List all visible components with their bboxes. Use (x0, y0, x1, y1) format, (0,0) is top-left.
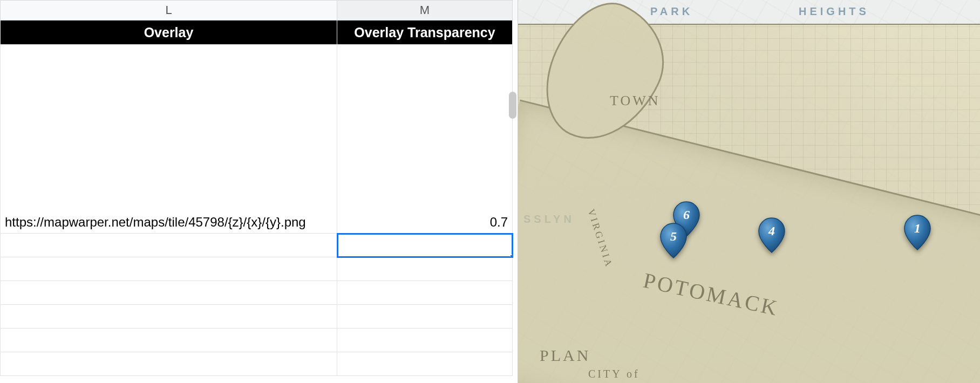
map-pane[interactable]: PARKHEIGHTSSSLYN TOWNPOTOMACKPLANCITY of… (518, 0, 980, 383)
marker-label: 5 (659, 229, 688, 244)
cell-overlay-url[interactable]: https://mapwarper.net/maps/tile/45798/{z… (0, 45, 337, 234)
cell-empty-L4[interactable] (0, 305, 337, 329)
marker-label: 4 (758, 224, 786, 238)
empty-row-2 (0, 257, 518, 281)
empty-row-6 (0, 352, 518, 376)
cell-empty-L3[interactable] (0, 281, 337, 305)
selection-handle[interactable] (510, 255, 513, 257)
marker-label: 6 (672, 208, 700, 222)
empty-row-5 (0, 329, 518, 352)
cell-empty-M2[interactable] (337, 257, 513, 281)
cell-selected[interactable] (337, 234, 513, 257)
empty-row-4 (0, 305, 518, 329)
cell-empty-M4[interactable] (337, 305, 513, 329)
empty-row-3 (0, 281, 518, 305)
map-marker-4[interactable]: 4 (758, 217, 786, 254)
basemap-label: PARK (650, 5, 693, 18)
cell-empty-M3[interactable] (337, 281, 513, 305)
overlay-label: TOWN (610, 93, 661, 109)
header-cell-transparency[interactable]: Overlay Transparency (337, 20, 513, 45)
cell-empty-M5[interactable] (337, 329, 513, 352)
map-marker-1[interactable]: 1 (903, 214, 931, 251)
header-row: Overlay Overlay Transparency (0, 20, 518, 45)
overlay-label: PLAN (540, 346, 590, 365)
cell-empty-M6[interactable] (337, 352, 513, 376)
header-cell-overlay[interactable]: Overlay (0, 20, 337, 45)
cell-empty-L6[interactable] (0, 352, 337, 376)
column-header-M[interactable]: M (337, 0, 513, 20)
column-header-L[interactable]: L (0, 0, 337, 20)
spreadsheet-pane: L M Overlay Overlay Transparency https:/… (0, 0, 518, 383)
cell-empty-L1[interactable] (0, 234, 337, 257)
cell-empty-L5[interactable] (0, 329, 337, 352)
historical-overlay: TOWNPOTOMACKPLANCITY ofVIRGINIA (518, 24, 980, 383)
column-header-row: L M (0, 0, 518, 20)
cell-overlay-transparency[interactable]: 0.7 (337, 45, 513, 234)
vertical-scrollbar-thumb[interactable] (509, 92, 516, 119)
marker-label: 1 (903, 221, 931, 236)
data-row: https://mapwarper.net/maps/tile/45798/{z… (0, 45, 518, 234)
empty-row-1 (0, 234, 518, 257)
map-marker-5[interactable]: 5 (659, 222, 688, 259)
overlay-label: CITY of (588, 368, 640, 380)
cell-empty-L2[interactable] (0, 257, 337, 281)
basemap-label: HEIGHTS (799, 5, 869, 18)
